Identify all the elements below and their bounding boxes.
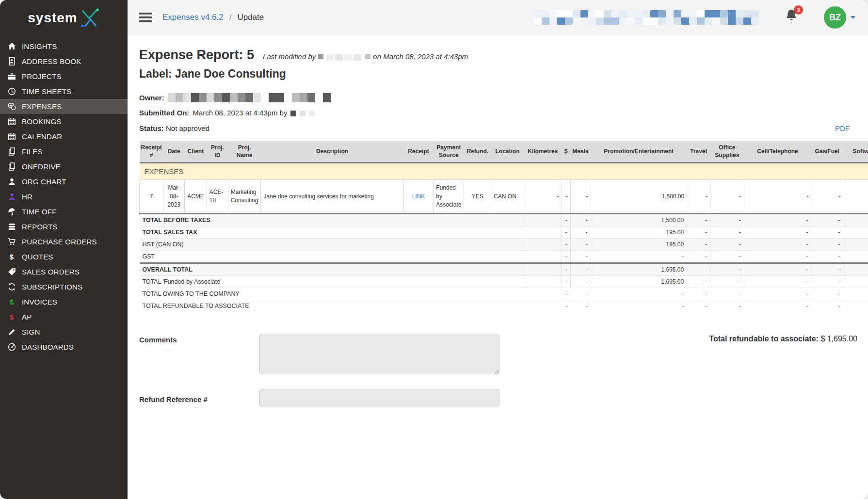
column-header: Cell/Telephone (744, 141, 811, 163)
sidebar-item-reports[interactable]: REPORTS (0, 219, 128, 234)
sidebar-item-label: AP (22, 313, 32, 321)
status-label: Status: (139, 124, 164, 132)
total-cell (524, 214, 562, 226)
sidebar-item-label: FILES (22, 147, 43, 156)
comments-textarea[interactable] (259, 334, 499, 374)
notifications-button[interactable]: 3 (784, 9, 799, 26)
total-cell (524, 300, 562, 312)
total-row-label: TOTAL OWING TO THE COMPANY (140, 288, 524, 300)
receipt-link[interactable]: LINK (412, 193, 425, 200)
files-icon (7, 147, 16, 156)
briefcase-icon (7, 72, 16, 80)
total-cell: - (710, 214, 744, 226)
sidebar-item-calendar[interactable]: CALENDAR (0, 129, 128, 144)
sidebar-item-time-sheets[interactable]: TIME SHEETS (0, 84, 128, 99)
breadcrumb-app-link[interactable]: Expenses v4.6.2 (162, 13, 224, 22)
breadcrumb-current: Update (237, 13, 264, 22)
total-cell: - (687, 251, 710, 263)
chevron-down-icon[interactable] (851, 16, 855, 19)
sidebar-item-sign[interactable]: SIGN (0, 324, 128, 339)
total-row-label: TOTAL SALES TAX (140, 226, 524, 239)
calendar-icon (7, 117, 16, 126)
status-text: Status: Not approved (139, 124, 209, 132)
sidebar-item-onedrive[interactable]: ONEDRIVE (0, 159, 128, 174)
total-cell (843, 300, 868, 312)
expense-cell: LINK (403, 180, 434, 214)
avatar[interactable]: BZ (824, 6, 846, 29)
expense-cell: 7 (140, 180, 163, 214)
total-cell: 195.00 (591, 239, 687, 251)
sidebar-item-label: EXPENSES (22, 102, 62, 111)
sidebar-item-insights[interactable]: INSIGHTS (0, 39, 128, 54)
total-row-label: TOTAL BEFORE TAXES (140, 214, 524, 226)
sidebar-item-purchase-orders[interactable]: PURCHASE ORDERS (0, 234, 128, 249)
sidebar-item-subscriptions[interactable]: SUBSCRIPTIONS (0, 279, 128, 294)
section-title: EXPENSES (140, 163, 868, 180)
total-cell: - (811, 276, 843, 288)
column-header: Office Supplies (710, 141, 744, 163)
app-logo[interactable]: system (0, 0, 128, 36)
sidebar-item-bookings[interactable]: BOOKINGS (0, 114, 128, 129)
umbrella-icon (7, 208, 16, 216)
total-cell: - (570, 226, 591, 239)
column-header: Receipt # (140, 141, 163, 163)
sidebar-item-quotes[interactable]: $QUOTES (0, 249, 128, 264)
expense-cell: - (562, 180, 570, 214)
expense-cell: 1,500.00 (591, 180, 687, 214)
sidebar-item-sales-orders[interactable]: SALES ORDERS (0, 264, 128, 279)
total-refundable-label: Total refundable to associate: (709, 335, 819, 343)
sidebar-item-label: INVOICES (22, 298, 57, 306)
sidebar-item-label: TIME SHEETS (22, 87, 71, 96)
sidebar-item-expenses[interactable]: EXPENSES (0, 99, 128, 114)
total-cell: - (811, 239, 843, 251)
comments-label: Comments (139, 334, 259, 344)
column-header: Gas/Fuel (811, 141, 843, 163)
total-cell: - (744, 300, 811, 312)
sidebar-item-projects[interactable]: PROJECTS (0, 69, 128, 84)
sidebar-item-ap[interactable]: $AP (0, 309, 128, 324)
total-row: HST (CAN ON)--195.00---- (140, 239, 868, 251)
total-cell: - (710, 251, 744, 263)
refund-reference-label: Refund Reference # (139, 393, 259, 403)
column-header: Software Purchase (843, 141, 868, 163)
expense-table-wrap: Receipt #DateClientProj. IDProj. NameDes… (139, 141, 868, 312)
redacted-submitter (290, 109, 318, 117)
total-cell: - (570, 300, 591, 312)
sidebar-item-address-book[interactable]: ADDRESS BOOK (0, 54, 128, 69)
sidebar-item-dashboards[interactable]: DASHBOARDS (0, 339, 128, 354)
sidebar-item-invoices[interactable]: $INVOICES (0, 294, 128, 309)
total-cell: - (562, 226, 570, 239)
column-header: Location (491, 141, 524, 163)
total-cell: - (710, 226, 744, 239)
refund-reference-input[interactable] (259, 389, 499, 407)
menu-icon[interactable] (139, 13, 152, 22)
sidebar-item-files[interactable]: FILES (0, 144, 128, 159)
comments-row: Comments Total refundable to associate: … (139, 334, 868, 374)
total-cell: - (570, 288, 591, 300)
sidebar-item-time-off[interactable]: TIME OFF (0, 204, 128, 219)
total-cell: - (811, 251, 843, 263)
tag-icon (7, 268, 16, 276)
total-cell: - (811, 226, 843, 239)
sidebar-item-label: SALES ORDERS (22, 268, 80, 276)
total-cell: - (562, 300, 570, 312)
sidebar-item-hr[interactable]: HR (0, 189, 128, 204)
expense-cell: Jane doe consulting services for marketi… (261, 180, 403, 214)
expense-cell: CAN ON (491, 180, 524, 214)
redacted-block (318, 54, 323, 59)
column-header: $ (562, 141, 570, 163)
sidebar-item-label: BOOKINGS (22, 117, 62, 126)
expense-cell: - (744, 180, 811, 214)
sidebar-item-org-chart[interactable]: ORG CHART (0, 174, 128, 189)
total-row-label: TOTAL REFUNDABLE TO ASSOCIATE (140, 300, 524, 312)
column-header: Client (185, 141, 207, 163)
total-cell: - (570, 276, 591, 288)
status-row: Status: Not approved PDF (139, 124, 868, 132)
total-cell: - (744, 276, 811, 288)
pdf-link[interactable]: PDF (835, 124, 850, 132)
logo-text: system (28, 10, 78, 26)
total-cell: - (811, 300, 843, 312)
refund-reference-row: Refund Reference # (139, 389, 868, 407)
total-cell: - (744, 214, 811, 226)
redacted-name (326, 52, 363, 61)
